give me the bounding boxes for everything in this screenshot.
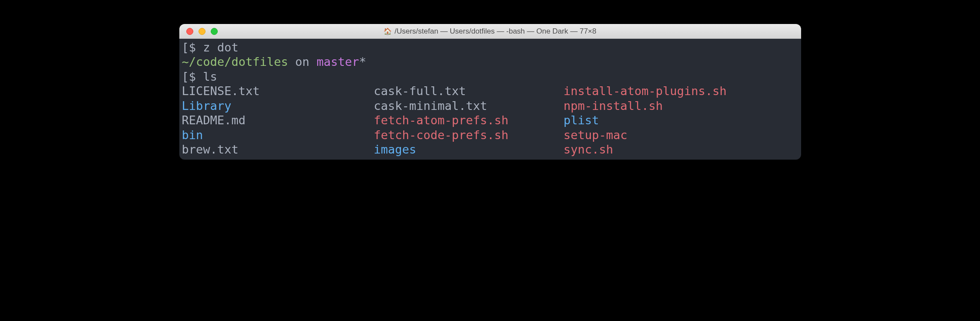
terminal-body[interactable]: [$ z dot ~/code/dotfiles on master* [$ l…: [179, 39, 801, 160]
ls-column-1: LICENSE.txt Library README.md bin brew.t…: [182, 84, 374, 157]
list-item: LICENSE.txt: [182, 84, 374, 98]
git-branch: master: [316, 55, 359, 68]
list-item: brew.txt: [182, 142, 374, 157]
list-item: setup-mac: [564, 128, 727, 142]
window-title: 🏠 /Users/stefan — Users/dotfiles — -bash…: [179, 27, 801, 36]
list-item: cask-full.txt: [374, 84, 564, 98]
list-item: Library: [182, 99, 374, 113]
titlebar[interactable]: 🏠 /Users/stefan — Users/dotfiles — -bash…: [179, 24, 801, 39]
minimize-icon[interactable]: [199, 28, 206, 35]
prompt-symbol: $: [189, 70, 203, 83]
ls-output: LICENSE.txt Library README.md bin brew.t…: [182, 84, 798, 157]
prompt-line-2: [$ ls: [182, 69, 798, 84]
cwd-path: ~/code/dotfiles: [182, 55, 288, 68]
list-item: install-atom-plugins.sh: [564, 84, 727, 98]
list-item: bin: [182, 128, 374, 142]
list-item: sync.sh: [564, 142, 727, 157]
maximize-icon[interactable]: [211, 28, 218, 35]
ls-column-3: install-atom-plugins.sh npm-install.sh p…: [564, 84, 727, 157]
window-title-text: /Users/stefan — Users/dotfiles — -bash —…: [394, 27, 596, 36]
list-item: images: [374, 142, 564, 157]
prompt-status-line: ~/code/dotfiles on master*: [182, 55, 798, 69]
command-text: ls: [203, 70, 217, 83]
ls-column-2: cask-full.txt cask-minimal.txt fetch-ato…: [374, 84, 564, 157]
list-item: README.md: [182, 113, 374, 127]
bracket-open: [: [182, 41, 189, 54]
command-text: z dot: [203, 41, 238, 54]
prompt-symbol: $: [189, 41, 203, 54]
traffic-lights: [179, 28, 218, 35]
list-item: fetch-code-prefs.sh: [374, 128, 564, 142]
terminal-window: 🏠 /Users/stefan — Users/dotfiles — -bash…: [179, 24, 801, 160]
dirty-indicator: *: [359, 55, 366, 68]
bracket-open: [: [182, 70, 189, 83]
prompt-line-1: [$ z dot: [182, 40, 798, 55]
on-text: on: [288, 55, 316, 68]
home-icon: 🏠: [384, 27, 392, 35]
list-item: npm-install.sh: [564, 99, 727, 113]
list-item: plist: [564, 113, 727, 127]
list-item: cask-minimal.txt: [374, 99, 564, 113]
close-icon[interactable]: [186, 28, 193, 35]
list-item: fetch-atom-prefs.sh: [374, 113, 564, 127]
